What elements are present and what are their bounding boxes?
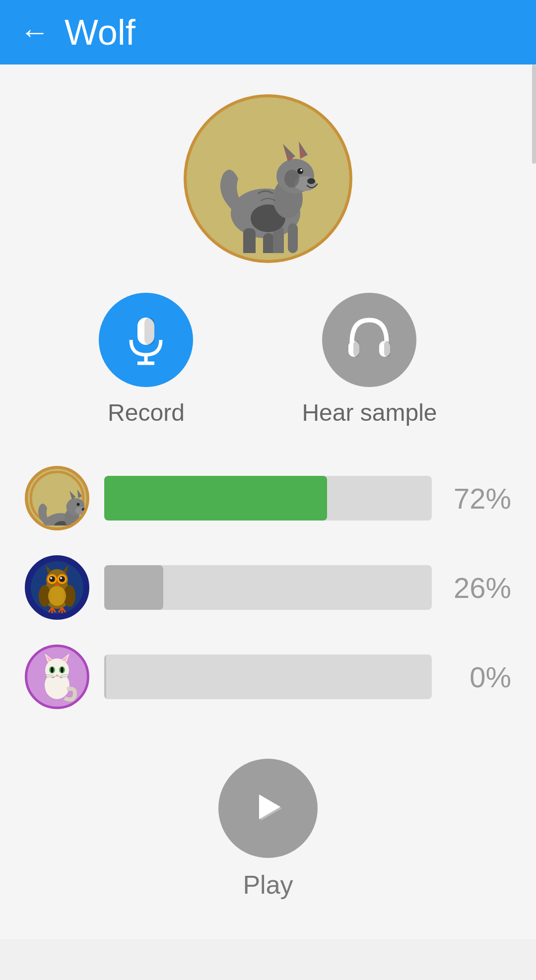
microphone-icon (124, 313, 168, 367)
app-header: ← Wolf (0, 0, 536, 65)
svg-point-49 (60, 577, 62, 579)
svg-rect-24 (353, 341, 359, 357)
svg-point-66 (61, 667, 64, 673)
main-content: Record Hear sample (0, 65, 536, 939)
wolf-progress-fill (104, 476, 327, 521)
hear-sample-label: Hear sample (302, 399, 437, 426)
wolf-progress-bar (104, 476, 432, 521)
svg-point-11 (297, 168, 303, 174)
play-label: Play (243, 870, 293, 900)
svg-rect-19 (144, 318, 154, 345)
svg-point-65 (51, 667, 54, 673)
owl-percent: 26% (447, 571, 511, 604)
svg-rect-3 (263, 233, 274, 253)
action-buttons-row: Record Hear sample (45, 293, 491, 426)
svg-point-55 (48, 586, 66, 606)
svg-marker-73 (259, 794, 280, 819)
headphones-icon (344, 315, 394, 365)
wolf-illustration (194, 104, 342, 253)
results-section: 72% (25, 466, 511, 709)
svg-point-46 (49, 576, 55, 582)
svg-point-12 (300, 169, 302, 171)
play-button[interactable] (218, 759, 318, 858)
svg-rect-25 (384, 341, 390, 357)
svg-rect-2 (243, 228, 256, 253)
svg-point-58 (45, 658, 69, 682)
cat-result-icon (25, 645, 89, 709)
wolf-percent: 72% (447, 482, 511, 515)
svg-point-10 (307, 178, 315, 184)
wolf-small-icon (30, 471, 84, 525)
page-title: Wolf (65, 12, 135, 53)
back-button[interactable]: ← (20, 17, 50, 47)
record-button[interactable] (99, 293, 193, 387)
svg-rect-5 (288, 223, 298, 253)
record-label: Record (108, 399, 185, 426)
owl-small-icon (30, 560, 84, 615)
wolf-result-icon (25, 466, 89, 530)
hear-sample-button[interactable] (322, 293, 416, 387)
owl-progress-fill (104, 565, 163, 610)
table-row: 72% (25, 466, 511, 530)
play-icon (248, 788, 288, 828)
svg-point-47 (59, 576, 65, 582)
play-container: Play (218, 759, 318, 900)
svg-point-38 (77, 503, 80, 506)
svg-point-48 (50, 577, 52, 579)
record-container: Record (99, 293, 193, 426)
table-row: 26% (25, 555, 511, 620)
owl-progress-bar (104, 565, 432, 610)
svg-point-17 (284, 170, 299, 188)
animal-image (184, 94, 352, 263)
scrollbar[interactable] (532, 65, 536, 164)
owl-result-icon (25, 555, 89, 620)
cat-percent: 0% (447, 660, 511, 694)
hear-sample-container: Hear sample (302, 293, 437, 426)
cat-small-icon (30, 650, 84, 704)
cat-progress-fill (104, 654, 106, 699)
table-row: 0% (25, 645, 511, 709)
cat-progress-bar (104, 654, 432, 699)
